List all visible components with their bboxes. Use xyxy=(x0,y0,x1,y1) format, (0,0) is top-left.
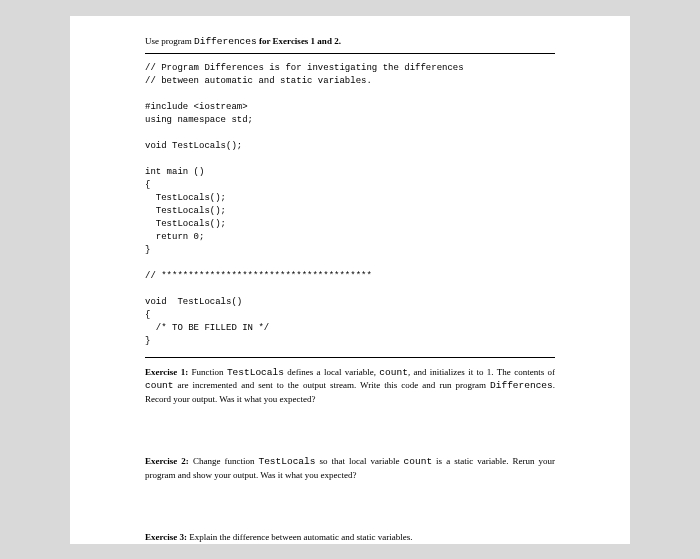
code-listing: // Program Differences is for investigat… xyxy=(145,62,555,349)
heading-prefix: Use program xyxy=(145,36,194,46)
exercise-1-t4: are incremented and sent to the output s… xyxy=(174,380,491,390)
exercise-2-t2: so that local variable xyxy=(315,456,403,466)
exercise-1-c1: TestLocals xyxy=(227,367,284,378)
exercise-2-label: Exercise 2: xyxy=(145,456,189,466)
exercise-2-c1: TestLocals xyxy=(258,456,315,467)
exercise-1-t2: defines a local variable, xyxy=(284,367,379,377)
exercise-1-c3: count xyxy=(145,380,174,391)
exercise-2-t1: Change function xyxy=(189,456,259,466)
document-page: Use program Differences for Exercises 1 … xyxy=(70,16,630,544)
heading-program: Differences xyxy=(194,36,257,47)
heading-suffix: for Exercises 1 and 2. xyxy=(257,36,341,46)
exercise-1: Exercise 1: Function TestLocals defines … xyxy=(145,366,555,406)
exercise-1-label: Exercise 1: xyxy=(145,367,188,377)
divider-bottom xyxy=(145,357,555,358)
exercise-3-t1: Explain the difference between automatic… xyxy=(187,532,413,542)
exercise-1-t3: , and initializes it to 1. The contents … xyxy=(408,367,555,377)
instruction-heading: Use program Differences for Exercises 1 … xyxy=(145,36,555,47)
exercise-1-c2: count xyxy=(379,367,408,378)
exercise-3-label: Exercise 3: xyxy=(145,532,187,542)
exercise-3: Exercise 3: Explain the difference betwe… xyxy=(145,531,555,543)
exercise-1-c4: Differences xyxy=(490,380,553,391)
exercise-2: Exercise 2: Change function TestLocals s… xyxy=(145,455,555,481)
exercise-2-c2: count xyxy=(404,456,433,467)
divider-top xyxy=(145,53,555,54)
exercise-1-t1: Function xyxy=(188,367,227,377)
